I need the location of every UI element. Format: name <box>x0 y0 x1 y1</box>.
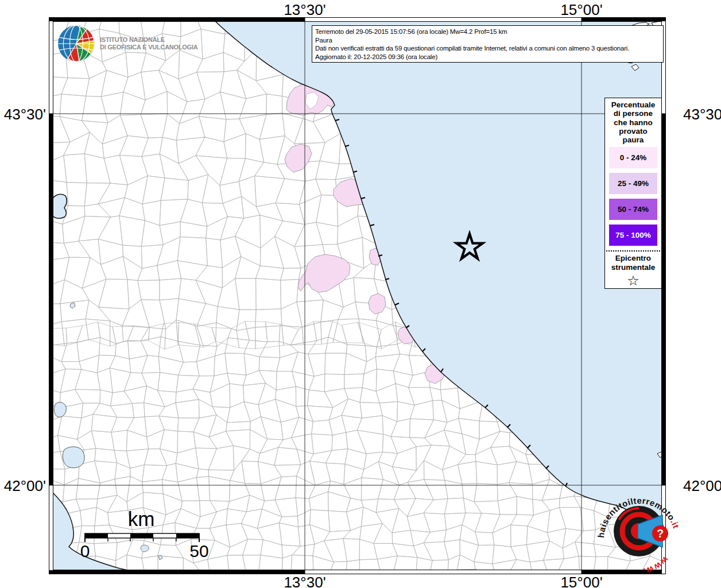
scalebar-unit: km <box>128 508 155 531</box>
legend-divider <box>606 250 660 252</box>
legend-swatch-0-24: 0 - 24% <box>609 147 657 168</box>
scalebar-start: 0 <box>80 541 90 561</box>
axis-label-bottom-lon1: 13°30' <box>284 574 325 588</box>
info-line-map-type: Paura <box>315 36 660 45</box>
info-line-disclaimer: Dati non verificati estratti da 59 quest… <box>315 44 660 53</box>
legend-swatch-50-74: 50 - 74% <box>609 199 657 220</box>
question-mark: ? <box>657 527 664 540</box>
scalebar-end: 50 <box>189 541 208 561</box>
ingv-globe-icon <box>57 24 96 63</box>
legend-swatch-75-100: 75 - 100% <box>609 225 657 246</box>
watermark-prefix: www. <box>641 555 670 576</box>
legend-title-line: che hanno <box>605 118 661 127</box>
earthquake-info-box: Terremoto del 29-05-2015 15:07:56 (ora l… <box>312 25 664 63</box>
ingv-name-line2: DI GEOFISICA E VULCANOLOGIA <box>100 44 197 52</box>
legend-title-line: provato <box>605 127 661 136</box>
legend-epicenter-label: Epicentro strumentale <box>605 254 661 272</box>
axis-label-left-lat1: 43°30' <box>0 106 46 123</box>
axis-label-left-lat2: 42°00' <box>0 477 46 495</box>
map-interior <box>40 9 683 588</box>
axis-label-right-lat1: 43°30' <box>683 106 721 123</box>
legend-title-line: paura <box>605 136 661 144</box>
info-line-updated: Aggiornato il: 20-12-2025 09:36 (ora loc… <box>315 53 660 61</box>
haisentitoilterremoto-logo: ? haisentitoilterremoto.it www. <box>596 484 693 576</box>
legend: Percentuale di persone che hanno provato… <box>604 98 662 289</box>
ingv-name: ISTITUTO NAZIONALE DI GEOFISICA E VULCAN… <box>100 36 197 52</box>
legend-epicenter-line: Epicentro <box>605 254 661 263</box>
legend-title-line: di persone <box>605 109 661 118</box>
axis-label-top-lon2: 15°00' <box>560 1 602 19</box>
legend-title-line: Percentuale <box>605 100 661 109</box>
legend-epicenter-line: strumentale <box>605 263 661 272</box>
watermark-www-text: www. <box>641 555 670 576</box>
earthquake-felt-map-page: 13°30' 15°00' 13°30' 15°00' 43°30' 42°00… <box>0 0 721 588</box>
ingv-name-line1: ISTITUTO NAZIONALE <box>100 36 197 44</box>
legend-swatch-25-49: 25 - 49% <box>609 173 657 194</box>
legend-title: Percentuale di persone che hanno provato… <box>605 100 661 144</box>
epicenter-star-icon: ☆ <box>605 273 661 288</box>
axis-label-top-lon1: 13°30' <box>284 1 325 19</box>
info-line-event: Terremoto del 29-05-2015 15:07:56 (ora l… <box>315 28 660 36</box>
legend-swatches: 0 - 24% 25 - 49% 50 - 74% 75 - 100% <box>605 147 661 246</box>
ingv-logo: ISTITUTO NAZIONALE DI GEOFISICA E VULCAN… <box>57 24 203 63</box>
